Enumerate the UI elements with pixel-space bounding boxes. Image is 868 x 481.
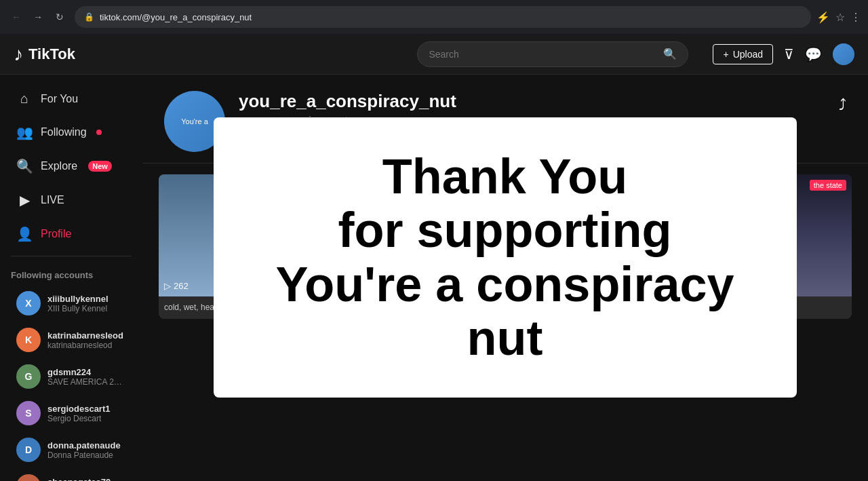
live-icon: ▶ xyxy=(16,192,33,208)
sidebar-profile-label: Profile xyxy=(41,228,71,240)
account-info-donna-patenaude: donna.patenaude Donna Patenaude xyxy=(47,440,121,460)
home-icon: ⌂ xyxy=(16,91,33,107)
sidebar-live-label: LIVE xyxy=(41,194,64,206)
filter-button[interactable]: ⊽ xyxy=(784,46,794,62)
sidebar-following-label: Following xyxy=(41,126,87,138)
profile-icon: 👤 xyxy=(16,226,33,242)
top-nav-actions: + Upload ⊽ 💬 xyxy=(713,43,854,65)
back-button[interactable]: ← xyxy=(7,7,26,26)
sidebar-item-live[interactable]: ▶ LIVE xyxy=(5,184,137,216)
sidebar-nav: ⌂ For You 👥 Following 🔍 Explore New ▶ LI… xyxy=(0,83,142,250)
sidebar-item-profile[interactable]: 👤 Profile xyxy=(5,218,137,250)
sidebar-item-following[interactable]: 👥 Following xyxy=(5,116,137,149)
user-avatar[interactable] xyxy=(833,43,854,65)
bookmark-button[interactable]: ☆ xyxy=(835,11,845,24)
thank-you-line2: for supporting xyxy=(254,204,756,257)
account-item-donna-patenaude[interactable]: D donna.patenaude Donna Patenaude xyxy=(5,432,137,467)
profile-username: you_re_a_conspiracy_nut xyxy=(239,91,825,112)
account-avatar-xiiibullykennel: X xyxy=(16,291,41,315)
upload-plus-icon: + xyxy=(723,49,728,60)
upload-label: Upload xyxy=(733,49,763,60)
state-badge: the state xyxy=(810,180,846,191)
following-icon: 👥 xyxy=(16,124,33,140)
address-bar[interactable]: 🔒 tiktok.com/@you_re_a_conspiracy_nut xyxy=(75,6,811,28)
account-handle: Sergio Descart xyxy=(47,414,111,423)
account-avatar-katrinabarnesleod: K xyxy=(16,328,41,352)
tiktok-logo-icon: ♪ xyxy=(14,43,23,65)
extensions-button[interactable]: ⚡ xyxy=(816,11,830,24)
account-info-gdsmn224: gdsmn224 SAVE AMERICA 2024 xyxy=(47,367,126,387)
browser-toolbar: ← → ↻ 🔒 tiktok.com/@you_re_a_conspiracy_… xyxy=(0,0,868,34)
account-name: donna.patenaude xyxy=(47,440,121,450)
account-handle: katrinabarnesleod xyxy=(47,341,123,350)
sidebar-item-for-you[interactable]: ⌂ For You xyxy=(5,83,137,115)
browser-chrome: ← → ↻ 🔒 tiktok.com/@you_re_a_conspiracy_… xyxy=(0,0,868,34)
reload-button[interactable]: ↻ xyxy=(50,7,69,26)
sidebar: ⌂ For You 👥 Following 🔍 Explore New ▶ LI… xyxy=(0,75,142,481)
account-item-katrinabarnesleod[interactable]: K katrinabarnesleod katrinabarnesleod xyxy=(5,322,137,358)
account-avatar-sergiodescart1: S xyxy=(16,401,41,425)
explore-icon: 🔍 xyxy=(16,158,33,174)
account-handle: SAVE AMERICA 2024 xyxy=(47,377,126,387)
lock-icon: 🔒 xyxy=(84,12,94,22)
account-item-gdsmn224[interactable]: G gdsmn224 SAVE AMERICA 2024 xyxy=(5,359,137,394)
sidebar-for-you-label: For You xyxy=(41,93,78,105)
search-input[interactable] xyxy=(429,49,663,60)
account-handle: Donna Patenaude xyxy=(47,450,121,460)
messages-button[interactable]: 💬 xyxy=(805,46,822,62)
url-text: tiktok.com/@you_re_a_conspiracy_nut xyxy=(100,12,252,22)
top-nav: ♪ TikTok 🔍 + Upload ⊽ 💬 xyxy=(0,34,868,75)
following-badge xyxy=(96,130,102,135)
tiktok-logo-text: TikTok xyxy=(28,45,75,63)
upload-button[interactable]: + Upload xyxy=(713,44,773,64)
share-button[interactable]: ⤴ xyxy=(839,96,846,114)
account-info-katrinabarnesleod: katrinabarnesleod katrinabarnesleod xyxy=(47,330,123,350)
account-item-sheenagates79[interactable]: S sheenagates79 Sheena Gates xyxy=(5,469,137,481)
account-item-sergiodescart1[interactable]: S sergiodescart1 Sergio Descart xyxy=(5,396,137,431)
tiktok-logo: ♪ TikTok xyxy=(14,43,75,65)
sidebar-explore-label: Explore xyxy=(41,160,77,172)
following-accounts-label: Following accounts xyxy=(0,262,142,284)
nav-buttons: ← → ↻ xyxy=(7,7,69,26)
thank-you-modal[interactable]: Thank You for supporting You're a conspi… xyxy=(214,117,797,398)
account-info-sergiodescart1: sergiodescart1 Sergio Descart xyxy=(47,404,111,423)
sidebar-divider xyxy=(11,256,132,256)
account-name: katrinabarnesleod xyxy=(47,330,123,341)
play-icon-1: ▷ xyxy=(164,281,171,291)
account-avatar-gdsmn224: G xyxy=(16,364,41,389)
account-info-xiiibullykennel: xiiibullykennel XIII Bully Kennel xyxy=(47,294,108,313)
account-name: xiiibullykennel xyxy=(47,294,108,304)
account-name: sheenagates79 xyxy=(47,477,111,482)
account-handle: XIII Bully Kennel xyxy=(47,304,108,313)
thank-you-line3: You're a conspiracy nut xyxy=(254,258,756,365)
explore-new-badge: New xyxy=(88,161,112,172)
more-button[interactable]: ⋮ xyxy=(850,11,861,24)
sidebar-item-explore[interactable]: 🔍 Explore New xyxy=(5,150,137,182)
search-button[interactable]: 🔍 xyxy=(663,47,677,60)
account-name: gdsmn224 xyxy=(47,367,126,377)
thank-you-line1: Thank You xyxy=(254,150,756,204)
account-avatar-sheenagates79: S xyxy=(16,474,41,481)
account-avatar-donna-patenaude: D xyxy=(16,438,41,462)
forward-button[interactable]: → xyxy=(28,7,47,26)
account-name: sergiodescart1 xyxy=(47,404,111,414)
avatar-image xyxy=(833,43,854,65)
search-bar[interactable]: 🔍 xyxy=(417,41,688,67)
account-item-xiiibullykennel[interactable]: X xiiibullykennel XIII Bully Kennel xyxy=(5,286,137,321)
browser-actions: ⚡ ☆ ⋮ xyxy=(816,11,861,24)
profile-avatar-text: You're a xyxy=(181,117,208,126)
account-info-sheenagates79: sheenagates79 Sheena Gates xyxy=(47,477,111,482)
